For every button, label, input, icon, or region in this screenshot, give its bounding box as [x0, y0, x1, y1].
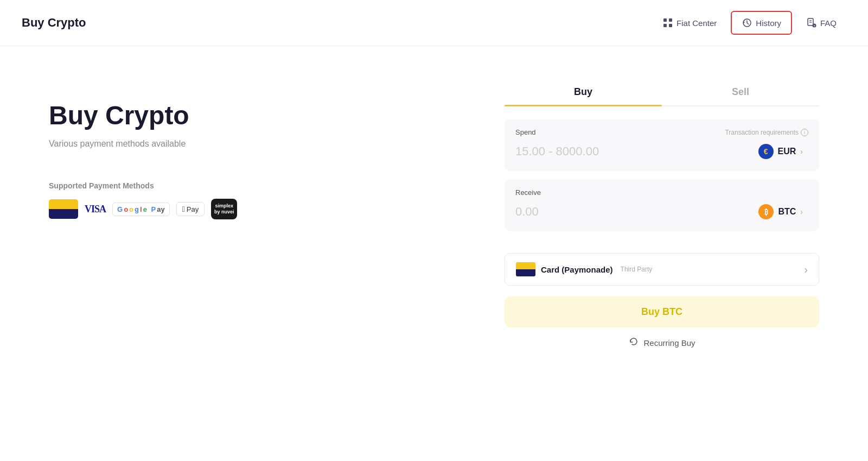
spend-field-group: Spend Transaction requirements i 15.00 -…: [505, 119, 819, 171]
svg-rect-1: [669, 18, 672, 22]
card-top: [49, 199, 78, 209]
spend-placeholder[interactable]: 15.00 - 8000.00: [515, 144, 599, 159]
recurring-buy-label: Recurring Buy: [643, 338, 695, 348]
btc-label: BTC: [778, 207, 796, 217]
transaction-requirements: Transaction requirements i: [725, 129, 808, 136]
header-nav: Fiat Center History: [653, 11, 846, 35]
buy-button[interactable]: Buy BTC: [505, 296, 819, 327]
payment-row-card-icon: [516, 262, 535, 276]
receive-label: Receive: [515, 188, 541, 197]
btc-badge: ₿: [758, 204, 774, 219]
page-title: Buy Crypto: [22, 16, 86, 30]
history-label: History: [756, 18, 781, 28]
tab-buy[interactable]: Buy: [505, 79, 662, 105]
page-heading: Buy Crypto: [49, 100, 483, 130]
spacer: [505, 240, 819, 253]
payment-method-tag: Third Party: [621, 266, 653, 273]
btc-currency-selector[interactable]: ₿ BTC ›: [753, 201, 808, 223]
page-subtitle: Various payment methods available: [49, 139, 483, 149]
simplex-icon: simplexby nuvei: [211, 199, 237, 219]
recurring-icon: [628, 336, 639, 350]
debit-card-icon: [49, 199, 78, 219]
visa-icon: VISA: [85, 204, 106, 215]
main-content: Buy Crypto Various payment methods avail…: [27, 46, 841, 371]
tab-sell[interactable]: Sell: [662, 79, 819, 105]
eur-chevron-icon: ›: [800, 147, 803, 156]
apple-pay-icon: Pay: [176, 202, 205, 216]
faq-icon: ?: [806, 17, 817, 28]
payment-method-left: Card (Paymonade) Third Party: [516, 262, 652, 276]
google-pay-icon: Google Pay: [112, 203, 170, 216]
payment-row-chevron-icon: ›: [804, 263, 808, 276]
svg-rect-0: [663, 18, 667, 22]
eur-badge: €: [758, 144, 774, 159]
eur-label: EUR: [778, 147, 796, 156]
gpay-payment-icon: Google Pay: [112, 199, 170, 219]
recurring-buy-row[interactable]: Recurring Buy: [505, 336, 819, 350]
fiat-center-label: Fiat Center: [676, 18, 717, 28]
eur-currency-selector[interactable]: € EUR ›: [753, 141, 808, 162]
spend-label: Spend: [515, 128, 536, 136]
receive-field-row: 0.00 ₿ BTC ›: [515, 201, 808, 223]
simplex-payment-icon: simplexby nuvei: [211, 199, 237, 219]
payment-icons: VISA Google Pay Pay simplexby nuvei: [49, 199, 483, 219]
right-panel: Buy Sell Spend Transaction requirements …: [505, 79, 819, 350]
spend-label-row: Spend Transaction requirements i: [515, 128, 808, 136]
card-payment-icon: [49, 199, 78, 219]
svg-rect-3: [669, 24, 672, 27]
payment-methods-label: Supported Payment Methods: [49, 181, 483, 190]
receive-label-row: Receive: [515, 188, 808, 197]
faq-label: FAQ: [820, 18, 837, 28]
spend-field-row: 15.00 - 8000.00 € EUR ›: [515, 141, 808, 162]
receive-placeholder[interactable]: 0.00: [515, 205, 539, 219]
tabs: Buy Sell: [505, 79, 819, 106]
info-icon[interactable]: i: [801, 129, 808, 136]
svg-rect-2: [663, 24, 667, 27]
nav-history[interactable]: History: [731, 11, 792, 35]
page-header: Buy Crypto Fiat Center: [0, 0, 868, 46]
card-bottom: [49, 209, 78, 219]
svg-text:?: ?: [813, 24, 815, 28]
payment-method-row[interactable]: Card (Paymonade) Third Party ›: [505, 253, 819, 286]
nav-fiat-center[interactable]: Fiat Center: [653, 12, 726, 34]
grid-icon: [662, 17, 673, 28]
nav-faq[interactable]: ? FAQ: [796, 12, 846, 34]
btc-chevron-icon: ›: [800, 207, 803, 216]
payment-method-name: Card (Paymonade): [541, 265, 613, 274]
visa-payment-icon: VISA: [85, 199, 106, 219]
applepay-payment-icon: Pay: [176, 199, 205, 219]
receive-field-group: Receive 0.00 ₿ BTC ›: [505, 180, 819, 231]
history-icon: [742, 17, 752, 28]
left-panel: Buy Crypto Various payment methods avail…: [49, 79, 483, 350]
transaction-req-label: Transaction requirements: [725, 129, 799, 136]
